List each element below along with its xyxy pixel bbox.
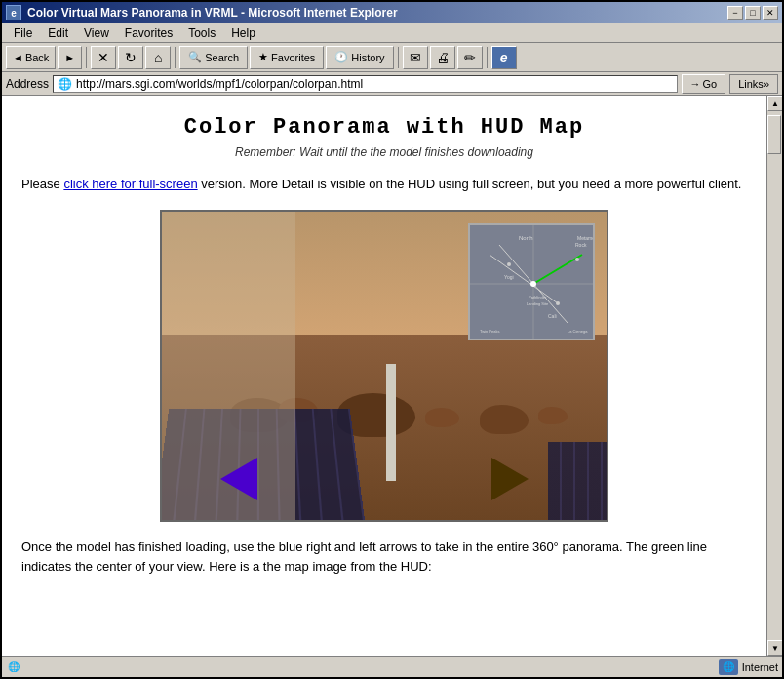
history-button[interactable]: 🕐 History: [326, 46, 393, 69]
solar-panel-right: [548, 442, 607, 520]
forward-button[interactable]: ►: [58, 46, 82, 69]
page-title: Color Panorama with HUD Map: [21, 115, 747, 140]
browser-icon: e: [6, 5, 21, 20]
menu-file[interactable]: File: [6, 24, 40, 42]
toolbar-separator-3: [398, 47, 399, 68]
back-label: Back: [25, 52, 49, 63]
svg-text:Landing Site: Landing Site: [527, 301, 549, 306]
toolbar-separator-1: [86, 47, 87, 68]
rover-mast: [386, 364, 396, 481]
menu-view[interactable]: View: [76, 24, 117, 42]
scrollbar: ▲ ▼: [766, 96, 782, 656]
toolbar: ◄ Back ► ✕ ↻ ⌂ 🔍 Search ★ Favorites 🕐 Hi…: [2, 43, 782, 72]
mars-scene: North Metamorphic Rock Yogi Pathfinder L…: [162, 212, 607, 520]
toolbar-separator-4: [487, 47, 488, 68]
svg-point-8: [556, 301, 560, 305]
address-input-wrapper: 🌐 http://mars.sgi.com/worlds/mpf1/colorp…: [53, 75, 677, 93]
links-label: Links: [738, 78, 764, 90]
scroll-up-button[interactable]: ▲: [767, 96, 782, 111]
scroll-track[interactable]: [767, 111, 782, 640]
browser-window: e Color Virtual Mars Panorama in VRML - …: [0, 0, 784, 679]
links-arrow-icon: »: [764, 78, 769, 90]
svg-text:Pathfinder: Pathfinder: [529, 295, 547, 300]
svg-point-6: [530, 281, 536, 287]
scroll-down-button[interactable]: ▼: [767, 640, 782, 656]
hud-map-svg: North Metamorphic Rock Yogi Pathfinder L…: [470, 225, 595, 340]
right-nav-arrow[interactable]: [491, 458, 529, 500]
main-content: Color Panorama with HUD Map Remember: Wa…: [2, 96, 766, 656]
favorites-button[interactable]: ★ Favorites: [250, 46, 324, 69]
minimize-button[interactable]: −: [727, 6, 743, 20]
status-right: 🌐 Internet: [719, 659, 778, 675]
svg-text:Cali: Cali: [548, 313, 557, 319]
go-label: Go: [703, 78, 718, 90]
menu-help[interactable]: Help: [223, 24, 263, 42]
status-bar: 🌐 🌐 Internet: [2, 656, 782, 677]
ie-logo-button: e: [491, 46, 517, 69]
toolbar-separator-2: [175, 47, 176, 68]
svg-text:Rock: Rock: [575, 242, 587, 248]
intro-prefix: Please: [21, 177, 63, 191]
svg-point-9: [575, 258, 579, 261]
maximize-button[interactable]: □: [745, 6, 761, 20]
mail-button[interactable]: ✉: [403, 46, 428, 69]
links-button[interactable]: Links »: [729, 74, 778, 94]
search-icon: 🔍: [188, 51, 202, 63]
search-label: Search: [205, 52, 239, 63]
close-button[interactable]: ✕: [763, 6, 778, 20]
internet-zone-icon: 🌐: [719, 659, 738, 675]
svg-text:Metamorphic: Metamorphic: [577, 235, 595, 241]
home-button[interactable]: ⌂: [145, 46, 171, 69]
go-button[interactable]: → Go: [682, 74, 726, 94]
intro-suffix: version. More Detail is visible on the H…: [198, 177, 742, 191]
forward-arrow-icon: ►: [64, 52, 75, 63]
address-url[interactable]: http://mars.sgi.com/worlds/mpf1/colorpan…: [76, 77, 363, 91]
vrml-viewer[interactable]: North Metamorphic Rock Yogi Pathfinder L…: [160, 210, 608, 522]
search-button[interactable]: 🔍 Search: [179, 46, 248, 69]
page-description: Once the model has finished loading, use…: [21, 538, 747, 579]
status-page-icon: 🌐: [6, 659, 21, 675]
refresh-button[interactable]: ↻: [118, 46, 143, 69]
full-screen-link[interactable]: click here for full-screen: [63, 177, 197, 191]
hud-map-inner: North Metamorphic Rock Yogi Pathfinder L…: [470, 225, 593, 339]
favorites-icon: ★: [258, 51, 268, 63]
menu-bar: File Edit View Favorites Tools Help: [2, 23, 782, 43]
back-button[interactable]: ◄ Back: [6, 46, 56, 69]
svg-point-7: [507, 262, 511, 266]
history-label: History: [351, 52, 384, 63]
svg-text:Twin Peaks: Twin Peaks: [480, 329, 499, 334]
page-subtitle: Remember: Wait until the the model finis…: [21, 145, 747, 159]
menu-edit[interactable]: Edit: [40, 24, 76, 42]
hud-map: North Metamorphic Rock Yogi Pathfinder L…: [468, 223, 595, 340]
content-wrapper: Color Panorama with HUD Map Remember: Wa…: [2, 96, 782, 656]
edit-button[interactable]: ✏: [457, 46, 483, 69]
rock-6: [538, 407, 568, 424]
back-arrow-icon: ◄: [13, 52, 23, 63]
page-icon: 🌐: [58, 77, 72, 91]
history-icon: 🕐: [334, 51, 348, 63]
title-bar: e Color Virtual Mars Panorama in VRML - …: [2, 2, 782, 23]
left-nav-arrow[interactable]: [220, 458, 257, 500]
menu-tools[interactable]: Tools: [180, 24, 223, 42]
svg-text:La Cienega: La Cienega: [568, 329, 588, 334]
title-bar-buttons: − □ ✕: [727, 6, 778, 20]
rock-4: [425, 408, 459, 427]
go-arrow-icon: →: [690, 78, 701, 90]
address-bar: Address 🌐 http://mars.sgi.com/worlds/mpf…: [2, 72, 782, 96]
favorites-label: Favorites: [271, 52, 315, 63]
internet-zone-label: Internet: [742, 661, 778, 673]
print-button[interactable]: 🖨: [430, 46, 455, 69]
page-intro: Please click here for full-screen versio…: [21, 175, 747, 194]
svg-text:Yogi: Yogi: [504, 274, 514, 280]
scroll-thumb[interactable]: [767, 115, 781, 154]
svg-text:North: North: [519, 235, 533, 241]
stop-button[interactable]: ✕: [91, 46, 116, 69]
address-label: Address: [6, 77, 49, 91]
rock-5: [480, 405, 529, 434]
menu-favorites[interactable]: Favorites: [117, 24, 180, 42]
window-title: Color Virtual Mars Panorama in VRML - Mi…: [27, 6, 727, 20]
